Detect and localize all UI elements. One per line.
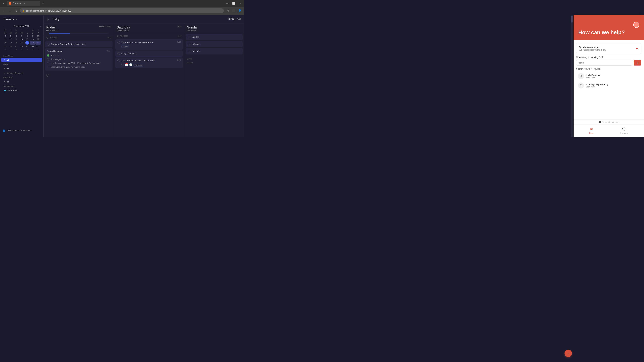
close-btn[interactable]: ✕ xyxy=(238,1,243,5)
cal-day[interactable]: 28 xyxy=(19,45,24,48)
setup-item-add-tasks[interactable]: ✓ Add tasks xyxy=(47,54,110,57)
cal-next-btn[interactable]: › xyxy=(40,25,41,27)
subtask-check[interactable] xyxy=(122,64,124,66)
cal-day-today[interactable]: 22 xyxy=(25,41,29,44)
minimize-btn[interactable]: — xyxy=(224,1,230,5)
new-tab-btn[interactable]: + xyxy=(41,1,46,6)
cal-day[interactable]: 7 xyxy=(36,48,41,51)
cal-day[interactable]: 26 xyxy=(8,45,14,48)
task-check[interactable] xyxy=(188,50,190,52)
saturday-plan-btn[interactable]: Plan xyxy=(178,25,182,27)
browser-tab[interactable]: S Sunsama ✕ xyxy=(7,1,40,6)
extensions-btn[interactable]: ⬛ xyxy=(232,8,236,13)
cal-day[interactable]: 6 xyxy=(14,34,19,37)
invite-btn[interactable]: 👤 Invite someone to Sunsama xyxy=(3,128,41,133)
cal-day[interactable]: 29 xyxy=(24,45,30,48)
task-check[interactable] xyxy=(188,43,190,45)
collapse-btn[interactable]: |← xyxy=(47,18,50,21)
task-photo-articles[interactable]: Take a Photo for the News Articles 0:20 … xyxy=(116,57,183,68)
task-edit[interactable]: Edit the xyxy=(186,34,243,40)
cal-day[interactable]: 14 xyxy=(19,38,24,41)
saturday-scroll[interactable]: ⊕ Add task 0:40 Take a Photo for the New… xyxy=(114,33,184,137)
cal-day[interactable]: 3 xyxy=(14,48,19,51)
sunday-scroll[interactable]: Edit the Publish t Daily pla xyxy=(184,33,244,137)
setup-item-integrations[interactable]: Add integrations xyxy=(47,57,110,61)
cal-day[interactable]: 20 xyxy=(14,41,19,44)
saturday-add-task[interactable]: ⊕ Add task 0:40 xyxy=(114,33,184,38)
forward-btn[interactable]: → xyxy=(8,8,13,13)
cal-day[interactable]: 19 xyxy=(8,41,14,44)
cal-day[interactable]: 1 xyxy=(3,48,8,51)
setup-item-command-bar[interactable]: Use the command bar (Ctrl + K) to activa… xyxy=(47,61,110,65)
cal-day[interactable]: 25 xyxy=(3,45,8,48)
task-check[interactable] xyxy=(118,41,120,44)
task-caption[interactable]: Create a Caption for the news letter xyxy=(45,41,112,47)
maximize-btn[interactable]: ⬜ xyxy=(230,1,237,5)
tab-calendar[interactable]: Cal xyxy=(237,17,241,21)
cal-day[interactable]: 27 xyxy=(14,45,19,48)
address-bar[interactable]: 🔒 app.sunsama.com/group/1703182764469638… xyxy=(20,8,224,13)
cal-day[interactable]: 5 xyxy=(8,34,14,37)
cal-day[interactable]: 11 xyxy=(3,38,8,41)
reload-btn[interactable]: ↻ xyxy=(14,8,19,13)
cal-day[interactable]: 6 xyxy=(30,48,36,51)
cal-day[interactable]: 16 xyxy=(30,38,36,41)
sidebar-item-work-all[interactable]: # all xyxy=(1,66,42,71)
cal-day[interactable]: 31 xyxy=(36,45,41,48)
focus-btn[interactable]: Focus xyxy=(99,25,104,27)
task-check[interactable] xyxy=(118,52,120,55)
cal-day[interactable]: 7 xyxy=(19,34,24,37)
task-daily-plan[interactable]: Daily pla xyxy=(186,48,243,54)
cal-day[interactable]: 27 xyxy=(3,31,8,34)
cal-day[interactable]: 10 xyxy=(36,34,41,37)
task-publish[interactable]: Publish t xyxy=(186,41,243,47)
cal-day[interactable]: 17 xyxy=(36,38,41,41)
cal-day[interactable]: 21 xyxy=(19,41,24,44)
tab-tasks[interactable]: Tasks xyxy=(228,17,234,21)
back-btn[interactable]: ← xyxy=(2,8,7,13)
cal-day[interactable]: 29 xyxy=(14,31,19,34)
task-check[interactable] xyxy=(118,59,120,62)
cal-header-t: T xyxy=(8,29,14,31)
cal-day[interactable]: 2 xyxy=(8,48,14,51)
sidebar-brand[interactable]: Sunsama ▾ xyxy=(0,18,44,23)
cal-day[interactable]: 24 xyxy=(36,41,41,44)
plan-btn[interactable]: Plan xyxy=(108,25,111,27)
cal-day[interactable]: 9 xyxy=(30,34,36,37)
cal-day[interactable]: 4 xyxy=(3,34,8,37)
friday-add-task[interactable]: ⊕ Add task 0:20 xyxy=(44,35,114,40)
task-check[interactable] xyxy=(47,43,50,45)
cal-day[interactable]: 3 xyxy=(36,31,41,34)
cal-day[interactable]: 23 xyxy=(30,41,36,44)
cal-day[interactable]: 15 xyxy=(24,38,30,41)
sidebar-item-personal-all[interactable]: # all xyxy=(1,79,42,84)
task-tag[interactable]: # channel xyxy=(134,64,144,66)
sidebar-item-calendar-user[interactable]: John Smith xyxy=(1,88,42,93)
cal-day[interactable]: 13 xyxy=(14,38,19,41)
cal-prev-btn[interactable]: ‹ xyxy=(3,25,3,27)
tab-back-btn[interactable]: ‹ xyxy=(1,1,6,6)
task-tag[interactable]: # work xyxy=(122,45,129,48)
sidebar-item-manage-channels[interactable]: + Manage Channels xyxy=(1,71,42,75)
cal-day[interactable]: 5 xyxy=(24,48,30,51)
cal-day[interactable]: 28 xyxy=(8,31,14,34)
bookmark-btn[interactable]: ☆ xyxy=(226,8,230,13)
cal-day[interactable]: 30 xyxy=(30,45,36,48)
setup-item-recurring[interactable]: Create recurring tasks for routine work xyxy=(47,65,110,69)
today-btn[interactable]: Today xyxy=(52,18,60,21)
friday-scroll[interactable]: ⊕ Add task 0:20 Create a Caption for the… xyxy=(44,35,114,137)
task-shutdown[interactable]: Daily shutdown xyxy=(116,50,183,57)
cal-day[interactable]: 1 xyxy=(24,31,30,34)
cal-day[interactable]: 30 xyxy=(19,31,24,34)
cal-day[interactable]: 18 xyxy=(3,41,8,44)
task-check[interactable] xyxy=(188,36,190,38)
cal-day[interactable]: 12 xyxy=(8,38,14,41)
friday-final-check[interactable] xyxy=(46,74,49,77)
tab-close-btn[interactable]: ✕ xyxy=(23,2,25,5)
cal-day[interactable]: 2 xyxy=(30,31,36,34)
cal-day[interactable]: 8 xyxy=(24,34,30,37)
cal-day[interactable]: 4 xyxy=(19,48,24,51)
task-photo[interactable]: Take a Photo for the News Article 0:20 #… xyxy=(116,39,183,50)
incognito-btn[interactable]: 👤 xyxy=(238,8,242,13)
sidebar-item-all-channels[interactable]: # all xyxy=(1,58,42,62)
